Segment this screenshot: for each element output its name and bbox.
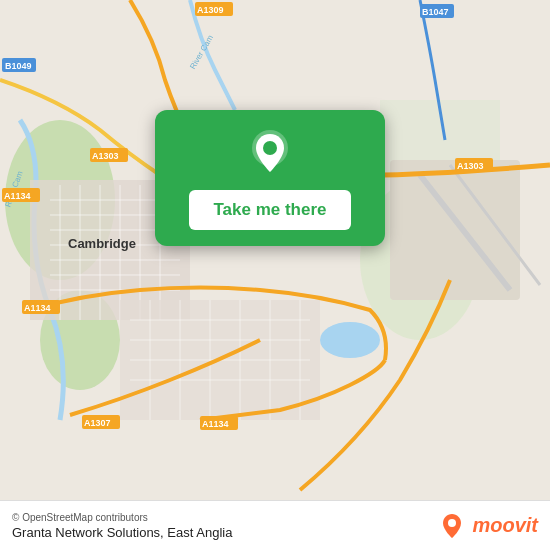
svg-text:A1309: A1309 [197,5,224,15]
svg-text:B1049: B1049 [5,61,32,71]
moovit-logo: moovit [438,512,538,540]
svg-point-57 [263,141,277,155]
moovit-pin-icon [438,512,466,540]
bottom-left: © OpenStreetMap contributors Granta Netw… [12,512,232,540]
location-pin-icon [246,128,294,176]
svg-text:A1134: A1134 [202,419,229,429]
svg-text:A1134: A1134 [24,303,51,313]
location-card: Take me there [155,110,385,246]
svg-text:Cambridge: Cambridge [68,236,136,251]
svg-point-11 [320,322,380,358]
moovit-brand-text: moovit [472,514,538,537]
location-label: Granta Network Solutions, East Anglia [12,525,232,540]
svg-point-58 [448,519,456,527]
svg-text:A1303: A1303 [457,161,484,171]
bottom-bar: © OpenStreetMap contributors Granta Netw… [0,500,550,550]
map-container: River Cam River Cam [0,0,550,500]
attribution-text: © OpenStreetMap contributors [12,512,232,523]
svg-text:B1047: B1047 [422,7,449,17]
svg-text:A1307: A1307 [84,418,111,428]
take-me-there-button[interactable]: Take me there [189,190,350,230]
svg-text:A1134: A1134 [4,191,31,201]
svg-text:A1303: A1303 [92,151,119,161]
